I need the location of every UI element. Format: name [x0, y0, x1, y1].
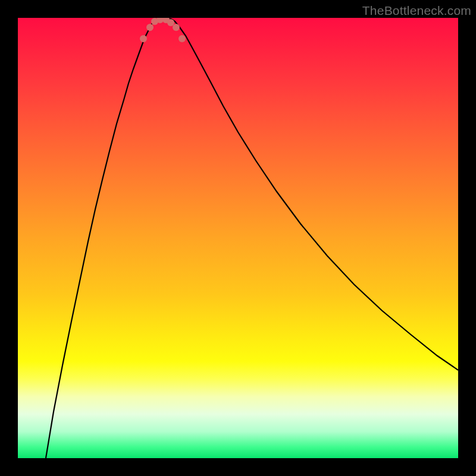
- trough-marker: [178, 35, 186, 42]
- chart-plot-area: [18, 18, 458, 458]
- watermark-text: TheBottleneck.com: [362, 4, 471, 18]
- trough-marker: [173, 24, 180, 31]
- trough-marker: [140, 35, 147, 42]
- trough-marker: [146, 24, 154, 31]
- trough-markers: [140, 18, 186, 42]
- bottleneck-curve: [18, 18, 458, 458]
- trough-marker: [167, 19, 174, 26]
- curve-path: [46, 18, 458, 459]
